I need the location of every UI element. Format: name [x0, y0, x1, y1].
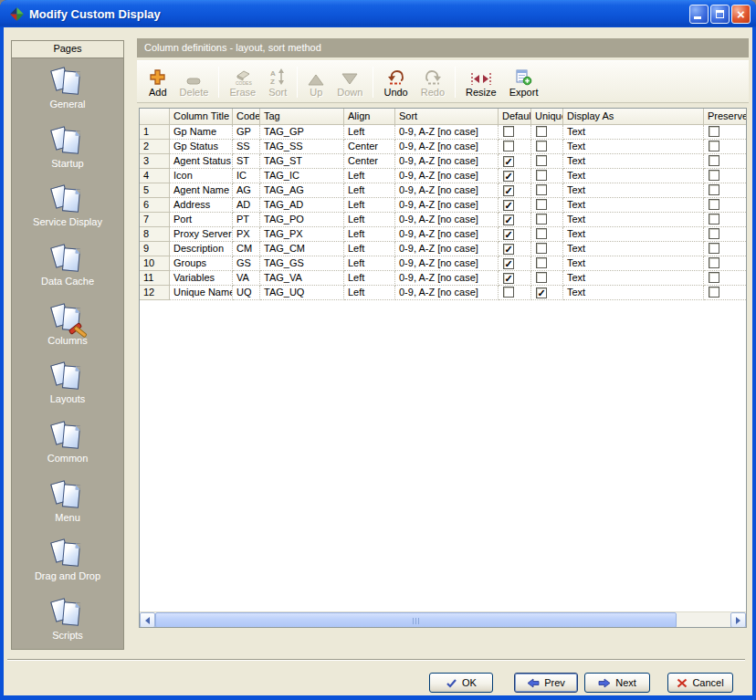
align-cell[interactable]: Left: [344, 125, 395, 140]
unique-checkbox[interactable]: [536, 170, 547, 181]
align-cell[interactable]: Left: [344, 227, 395, 242]
sidebar-item[interactable]: Menu: [12, 472, 123, 531]
unique-checkbox[interactable]: [536, 155, 547, 166]
preserve-checkbox[interactable]: [709, 184, 719, 195]
table-row[interactable]: 1 Gp Name GP TAG_GP Left 0-9, A-Z [no ca…: [140, 125, 746, 140]
sort-cell[interactable]: 0-9, A-Z [no case]: [395, 271, 499, 286]
preserve-checkbox[interactable]: [709, 214, 719, 225]
preserve-cell[interactable]: [704, 198, 746, 213]
unique-checkbox[interactable]: [536, 214, 547, 225]
code-cell[interactable]: PX: [233, 227, 260, 242]
header-cell-column-title[interactable]: Column Title: [170, 109, 233, 125]
code-cell[interactable]: GS: [233, 256, 260, 271]
default-checkbox[interactable]: [503, 229, 514, 240]
display-as-cell[interactable]: Text: [563, 271, 704, 286]
tag-cell[interactable]: TAG_AD: [260, 198, 344, 213]
sidebar-item[interactable]: Drag and Drop: [12, 531, 123, 590]
display-as-cell[interactable]: Text: [563, 125, 704, 140]
default-checkbox[interactable]: [503, 171, 514, 182]
preserve-checkbox[interactable]: [709, 272, 719, 283]
tag-cell[interactable]: TAG_ST: [260, 154, 344, 169]
preserve-cell[interactable]: [704, 169, 746, 183]
default-cell[interactable]: [499, 125, 531, 140]
default-checkbox[interactable]: [503, 258, 514, 269]
preserve-checkbox[interactable]: [709, 170, 719, 181]
minimize-button[interactable]: [689, 5, 709, 24]
close-button[interactable]: ×: [731, 5, 751, 24]
align-cell[interactable]: Left: [344, 242, 395, 256]
unique-checkbox[interactable]: [536, 228, 547, 239]
table-row[interactable]: 7 Port PT TAG_PO Left 0-9, A-Z [no case]…: [140, 213, 746, 227]
table-row[interactable]: 12 Unique Name UQ TAG_UQ Left 0-9, A-Z […: [140, 286, 746, 300]
default-cell[interactable]: [499, 169, 531, 183]
unique-checkbox[interactable]: [536, 287, 547, 298]
unique-cell[interactable]: [531, 271, 563, 286]
header-cell-unique[interactable]: Unique: [531, 109, 563, 125]
preserve-checkbox[interactable]: [709, 257, 719, 268]
preserve-cell[interactable]: [704, 154, 746, 169]
preserve-cell[interactable]: [704, 227, 746, 242]
header-cell-default[interactable]: Default: [499, 109, 531, 125]
display-as-cell[interactable]: Text: [563, 169, 704, 183]
header-cell-preserve[interactable]: Preserve: [704, 109, 746, 125]
preserve-checkbox[interactable]: [709, 228, 719, 239]
column-title-cell[interactable]: Groups: [170, 256, 233, 271]
sidebar-item[interactable]: General: [12, 58, 123, 118]
default-checkbox[interactable]: [503, 244, 514, 255]
default-cell[interactable]: [499, 198, 531, 213]
scrollbar-thumb[interactable]: [155, 612, 677, 628]
header-cell-code[interactable]: Code: [233, 109, 260, 125]
column-title-cell[interactable]: Description: [170, 242, 233, 256]
unique-cell[interactable]: [531, 183, 563, 198]
code-cell[interactable]: VA: [233, 271, 260, 286]
tag-cell[interactable]: TAG_SS: [260, 140, 344, 154]
sort-cell[interactable]: 0-9, A-Z [no case]: [395, 125, 499, 140]
default-checkbox[interactable]: [503, 273, 514, 284]
horizontal-scrollbar[interactable]: [140, 611, 746, 627]
default-checkbox[interactable]: [503, 156, 514, 167]
sidebar-item[interactable]: Columns: [12, 295, 123, 354]
header-cell-align[interactable]: Align: [344, 109, 395, 125]
unique-cell[interactable]: [531, 125, 563, 140]
unique-checkbox[interactable]: [536, 126, 547, 137]
sort-button[interactable]: A Z Sort: [262, 64, 293, 100]
default-cell[interactable]: [499, 271, 531, 286]
preserve-checkbox[interactable]: [709, 287, 719, 298]
column-title-cell[interactable]: Proxy Server: [170, 227, 233, 242]
default-checkbox[interactable]: [503, 141, 514, 151]
table-row[interactable]: 3 Agent Status ST TAG_ST Center 0-9, A-Z…: [140, 154, 746, 169]
default-cell[interactable]: [499, 183, 531, 198]
preserve-cell[interactable]: [704, 242, 746, 256]
sort-cell[interactable]: 0-9, A-Z [no case]: [395, 213, 499, 227]
default-cell[interactable]: [499, 227, 531, 242]
display-as-cell[interactable]: Text: [563, 183, 704, 198]
add-button[interactable]: Add: [142, 64, 173, 100]
next-button[interactable]: Next: [584, 673, 650, 693]
sort-cell[interactable]: 0-9, A-Z [no case]: [395, 154, 499, 169]
sort-cell[interactable]: 0-9, A-Z [no case]: [395, 140, 499, 154]
preserve-checkbox[interactable]: [709, 155, 719, 166]
align-cell[interactable]: Left: [344, 213, 395, 227]
default-cell[interactable]: [499, 213, 531, 227]
column-title-cell[interactable]: Icon: [170, 169, 233, 183]
preserve-cell[interactable]: [704, 271, 746, 286]
code-cell[interactable]: PT: [233, 213, 260, 227]
sidebar-item[interactable]: Scripts: [12, 590, 123, 649]
default-checkbox[interactable]: [503, 126, 514, 137]
header-cell[interactable]: [140, 109, 170, 125]
prev-button[interactable]: Prev: [514, 673, 578, 693]
up-button[interactable]: Up: [301, 64, 331, 100]
align-cell[interactable]: Left: [344, 256, 395, 271]
default-cell[interactable]: [499, 140, 531, 154]
preserve-cell[interactable]: [704, 286, 746, 300]
default-checkbox[interactable]: [503, 185, 514, 196]
tag-cell[interactable]: TAG_IC: [260, 169, 344, 183]
cancel-button[interactable]: Cancel: [667, 673, 733, 693]
display-as-cell[interactable]: Text: [563, 213, 704, 227]
sort-cell[interactable]: 0-9, A-Z [no case]: [395, 242, 499, 256]
table-row[interactable]: 2 Gp Status SS TAG_SS Center 0-9, A-Z [n…: [140, 140, 746, 154]
tag-cell[interactable]: TAG_GS: [260, 256, 344, 271]
display-as-cell[interactable]: Text: [563, 140, 704, 154]
sidebar-item[interactable]: Service Display: [12, 176, 123, 235]
column-title-cell[interactable]: Unique Name: [170, 286, 233, 300]
